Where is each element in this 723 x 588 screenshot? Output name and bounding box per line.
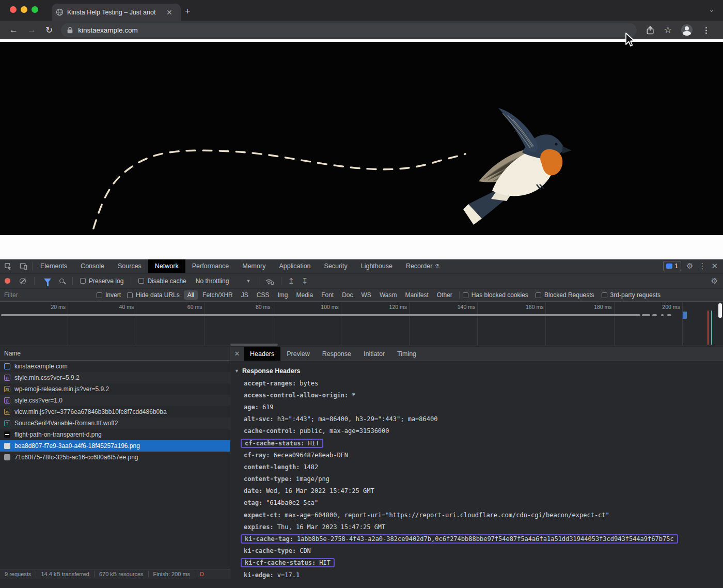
search-network-icon[interactable] [59, 278, 64, 283]
blocked-requests-checkbox[interactable]: Blocked Requests [536, 291, 594, 299]
disable-cache-checkbox[interactable]: Disable cache [138, 277, 186, 285]
request-row[interactable]: 71c60f75-78fc-325b-ac16-cc680a6f57ee.png [0, 452, 230, 463]
back-button[interactable]: ← [9, 25, 18, 35]
clear-network-log-icon[interactable] [20, 278, 26, 284]
tab-network[interactable]: Network [148, 259, 185, 273]
device-toolbar-icon[interactable] [15, 259, 31, 273]
filter-pill-font[interactable]: Font [318, 290, 337, 300]
request-row[interactable]: {}style.css?ver=1.0 [0, 395, 230, 406]
details-tab-timing[interactable]: Timing [391, 347, 422, 361]
filter-pill-css[interactable]: CSS [253, 290, 273, 300]
response-headers-section[interactable]: ▼ Response Headers [234, 365, 723, 377]
response-headers-list: accept-ranges:bytesaccess-control-allow-… [234, 377, 723, 579]
load-event-line [708, 311, 709, 345]
filter-pill-js[interactable]: JS [238, 290, 252, 300]
filter-input[interactable] [4, 291, 89, 299]
devtools-more-icon[interactable]: ⋮ [698, 261, 706, 271]
3rd-party-requests-checkbox[interactable]: 3rd-party requests [602, 291, 661, 299]
import-har-icon[interactable]: ↥ [288, 276, 294, 286]
summary-item: 670 kB resources [95, 571, 149, 577]
tab-sources[interactable]: Sources [111, 259, 148, 273]
details-tab-headers[interactable]: Headers [244, 347, 280, 361]
details-tab-response[interactable]: Response [316, 347, 357, 361]
profile-avatar[interactable] [681, 24, 693, 36]
throttling-dropdown[interactable]: No throttling ▼ [196, 277, 251, 285]
css-file-icon: {} [4, 397, 10, 404]
issues-badge[interactable]: 1 [663, 261, 681, 271]
request-row[interactable]: kinstaexample.com [0, 361, 230, 372]
devtools-settings-icon[interactable]: ⚙ [686, 261, 693, 271]
export-har-icon[interactable]: ↧ [302, 276, 308, 286]
issues-count: 1 [674, 262, 678, 270]
header-pair: content-length:1482 [244, 463, 318, 471]
has-blocked-cookies-checkbox[interactable]: Has blocked cookies [463, 291, 528, 299]
browser-menu-icon[interactable]: ⋮ [702, 25, 710, 35]
invert-checkbox[interactable]: Invert [97, 291, 121, 299]
filter-pill-other[interactable]: Other [433, 290, 456, 300]
browser-tab[interactable]: Kinsta Help Testing – Just anot ✕ [52, 4, 181, 21]
name-column-header[interactable]: Name [0, 347, 230, 361]
img-file-icon [4, 443, 10, 449]
address-bar[interactable]: kinstaexample.com [61, 23, 637, 37]
request-name: wp-emoji-release.min.js?ver=5.9.2 [14, 385, 109, 393]
filter-pill-media[interactable]: Media [292, 290, 317, 300]
details-tab-preview[interactable]: Preview [280, 347, 316, 361]
filter-pill-all[interactable]: All [184, 290, 198, 300]
filter-pill-ws[interactable]: WS [358, 290, 375, 300]
devtools-close-icon[interactable]: ✕ [711, 261, 718, 271]
tab-console[interactable]: Console [74, 259, 111, 273]
header-value: "614ba0e2-5ca" [266, 499, 318, 506]
record-network-log-button[interactable] [5, 278, 10, 284]
forward-button[interactable]: → [27, 25, 36, 35]
share-icon[interactable] [646, 26, 654, 35]
zoom-window-button[interactable] [32, 6, 38, 13]
network-settings-icon[interactable]: ⚙ [711, 276, 718, 286]
network-conditions-icon[interactable] [264, 277, 275, 285]
request-row[interactable]: flight-path-on-transparent-d.png [0, 429, 230, 440]
tab-close-icon[interactable]: ✕ [166, 9, 172, 16]
hide-data-urls-checkbox[interactable]: Hide data URLs [127, 291, 180, 299]
tab-security[interactable]: Security [318, 259, 354, 273]
details-tab-initiator[interactable]: Initiator [357, 347, 391, 361]
js-file-icon: JS [4, 386, 10, 392]
filter-pill-doc[interactable]: Doc [338, 290, 356, 300]
filter-pill-fetch-xhr[interactable]: Fetch/XHR [199, 290, 237, 300]
overview-scrollbar-thumb[interactable] [718, 303, 722, 318]
minimize-window-button[interactable] [21, 6, 27, 13]
details-close-icon[interactable]: ✕ [230, 347, 244, 361]
tab-recorder[interactable]: Recorder ⚗ [399, 259, 446, 273]
gridline [477, 302, 478, 346]
filter-funnel-icon[interactable] [44, 278, 51, 283]
inspect-element-icon[interactable] [0, 259, 15, 273]
reload-button[interactable]: ↻ [45, 25, 53, 36]
new-tab-button[interactable]: + [185, 6, 191, 17]
checkbox-label: Has blocked cookies [471, 291, 528, 299]
network-overview-timeline[interactable]: 20 ms40 ms60 ms80 ms100 ms120 ms140 ms16… [0, 302, 723, 346]
tab-performance[interactable]: Performance [185, 259, 236, 273]
header-pair: content-type:image/png [244, 475, 329, 483]
tab-elements[interactable]: Elements [34, 259, 74, 273]
request-row[interactable]: {}style.min.css?ver=5.9.2 [0, 372, 230, 383]
filter-pill-wasm[interactable]: Wasm [376, 290, 401, 300]
font-file-icon: T [4, 420, 10, 426]
preserve-log-checkbox[interactable]: Preserve log [80, 277, 123, 285]
request-row[interactable]: TSourceSerif4Variable-Roman.ttf.woff2 [0, 417, 230, 429]
request-name: 71c60f75-78fc-325b-ac16-cc680a6f57ee.png [14, 454, 138, 461]
request-row[interactable]: JSwp-emoji-release.min.js?ver=5.9.2 [0, 383, 230, 395]
header-value: image/png [296, 475, 329, 483]
tab-search-chevron-icon[interactable]: ⌄ [709, 5, 715, 13]
overview-hscrollbar-thumb[interactable] [230, 344, 278, 346]
request-row[interactable]: JSview.min.js?ver=3776ea67846b3bb10fe8f7… [0, 406, 230, 417]
request-row[interactable]: bea8d807-f7e9-3aa0-a4f6-18f45257a196.png [0, 440, 230, 452]
tab-application[interactable]: Application [272, 259, 317, 273]
css-file-icon: {} [4, 375, 10, 381]
header-pair: ki-cache-type:CDN [244, 547, 311, 554]
tab-memory[interactable]: Memory [235, 259, 272, 273]
bookmark-star-icon[interactable]: ☆ [664, 24, 672, 36]
dropdown-arrow-icon: ▼ [246, 278, 250, 284]
filter-pill-img[interactable]: Img [274, 290, 291, 300]
tab-lighthouse[interactable]: Lighthouse [354, 259, 399, 273]
header-value: public, max-age=31536000 [300, 427, 389, 435]
close-window-button[interactable] [10, 6, 17, 13]
filter-pill-manifest[interactable]: Manifest [401, 290, 432, 300]
